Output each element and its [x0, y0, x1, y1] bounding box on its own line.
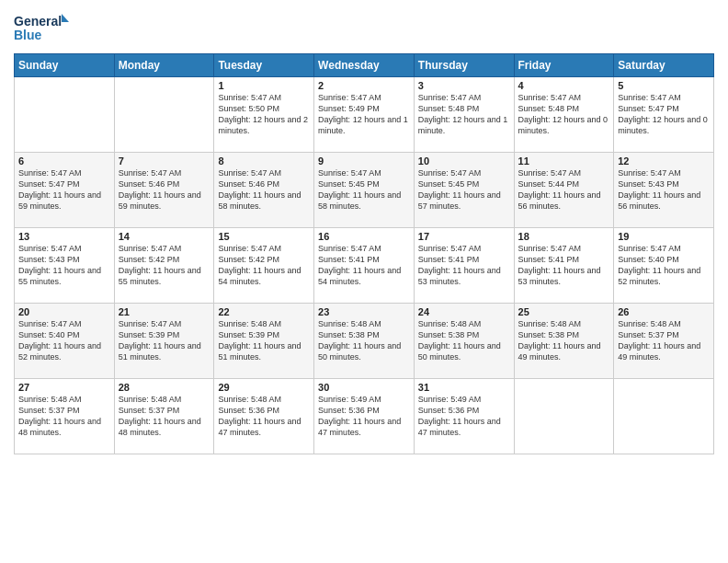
day-info: Sunrise: 5:48 AM Sunset: 5:39 PM Dayligh… — [218, 318, 310, 363]
day-info: Sunrise: 5:47 AM Sunset: 5:41 PM Dayligh… — [318, 243, 410, 288]
day-info: Sunrise: 5:47 AM Sunset: 5:40 PM Dayligh… — [618, 243, 710, 288]
day-number: 20 — [18, 306, 110, 317]
calendar-day-cell: 16Sunrise: 5:47 AM Sunset: 5:41 PM Dayli… — [314, 228, 415, 304]
calendar: SundayMondayTuesdayWednesdayThursdayFrid… — [14, 53, 714, 454]
day-number: 3 — [418, 80, 510, 91]
day-number: 21 — [119, 306, 210, 317]
calendar-day-cell: 30Sunrise: 5:49 AM Sunset: 5:36 PM Dayli… — [314, 379, 415, 454]
calendar-header-cell: Sunday — [15, 54, 115, 77]
day-info: Sunrise: 5:47 AM Sunset: 5:49 PM Dayligh… — [318, 92, 410, 137]
day-info: Sunrise: 5:48 AM Sunset: 5:37 PM Dayligh… — [618, 318, 710, 363]
calendar-day-cell: 12Sunrise: 5:47 AM Sunset: 5:43 PM Dayli… — [614, 153, 714, 228]
day-number: 22 — [218, 306, 310, 317]
calendar-day-cell: 18Sunrise: 5:47 AM Sunset: 5:41 PM Dayli… — [514, 228, 614, 304]
day-number: 9 — [318, 155, 410, 167]
calendar-day-cell: 8Sunrise: 5:47 AM Sunset: 5:46 PM Daylig… — [214, 153, 314, 228]
day-info: Sunrise: 5:47 AM Sunset: 5:46 PM Dayligh… — [119, 167, 210, 213]
calendar-day-cell: 14Sunrise: 5:47 AM Sunset: 5:42 PM Dayli… — [114, 228, 214, 304]
day-number: 13 — [18, 231, 110, 242]
calendar-day-cell: 2Sunrise: 5:47 AM Sunset: 5:49 PM Daylig… — [314, 77, 415, 153]
calendar-day-cell: 28Sunrise: 5:48 AM Sunset: 5:37 PM Dayli… — [114, 379, 214, 454]
calendar-day-cell: 27Sunrise: 5:48 AM Sunset: 5:37 PM Dayli… — [15, 379, 115, 454]
calendar-week-row: 13Sunrise: 5:47 AM Sunset: 5:43 PM Dayli… — [15, 228, 714, 304]
calendar-day-cell: 20Sunrise: 5:47 AM Sunset: 5:40 PM Dayli… — [15, 304, 115, 379]
calendar-header-cell: Tuesday — [214, 54, 314, 77]
day-info: Sunrise: 5:48 AM Sunset: 5:38 PM Dayligh… — [418, 318, 510, 363]
calendar-day-cell: 4Sunrise: 5:47 AM Sunset: 5:48 PM Daylig… — [514, 77, 614, 153]
day-info: Sunrise: 5:48 AM Sunset: 5:37 PM Dayligh… — [18, 394, 110, 439]
day-number: 15 — [218, 231, 310, 242]
calendar-day-cell — [614, 379, 714, 454]
header: General Blue — [14, 9, 714, 46]
day-number: 12 — [618, 155, 710, 167]
day-number: 4 — [518, 80, 610, 91]
calendar-header-cell: Monday — [114, 54, 214, 77]
calendar-header-cell: Wednesday — [314, 54, 415, 77]
day-number: 27 — [18, 382, 110, 393]
calendar-day-cell — [15, 77, 115, 153]
day-info: Sunrise: 5:47 AM Sunset: 5:47 PM Dayligh… — [18, 167, 110, 213]
calendar-day-cell: 3Sunrise: 5:47 AM Sunset: 5:48 PM Daylig… — [414, 77, 514, 153]
calendar-day-cell — [114, 77, 214, 153]
day-number: 25 — [518, 306, 610, 317]
day-info: Sunrise: 5:47 AM Sunset: 5:43 PM Dayligh… — [18, 243, 110, 288]
calendar-day-cell: 7Sunrise: 5:47 AM Sunset: 5:46 PM Daylig… — [114, 153, 214, 228]
day-number: 7 — [119, 155, 210, 167]
day-number: 16 — [318, 231, 410, 242]
calendar-week-row: 20Sunrise: 5:47 AM Sunset: 5:40 PM Dayli… — [15, 304, 714, 379]
day-info: Sunrise: 5:47 AM Sunset: 5:48 PM Dayligh… — [518, 92, 610, 137]
day-info: Sunrise: 5:47 AM Sunset: 5:44 PM Dayligh… — [518, 167, 610, 213]
day-number: 11 — [518, 155, 610, 167]
calendar-day-cell: 5Sunrise: 5:47 AM Sunset: 5:47 PM Daylig… — [614, 77, 714, 153]
day-info: Sunrise: 5:48 AM Sunset: 5:37 PM Dayligh… — [119, 394, 210, 439]
day-info: Sunrise: 5:47 AM Sunset: 5:40 PM Dayligh… — [18, 318, 110, 363]
day-info: Sunrise: 5:47 AM Sunset: 5:50 PM Dayligh… — [218, 92, 310, 137]
day-number: 24 — [418, 306, 510, 317]
calendar-day-cell: 24Sunrise: 5:48 AM Sunset: 5:38 PM Dayli… — [414, 304, 514, 379]
day-number: 31 — [418, 382, 510, 393]
calendar-day-cell — [514, 379, 614, 454]
svg-text:General: General — [14, 14, 62, 29]
day-info: Sunrise: 5:47 AM Sunset: 5:39 PM Dayligh… — [119, 318, 210, 363]
day-info: Sunrise: 5:47 AM Sunset: 5:42 PM Dayligh… — [218, 243, 310, 288]
day-info: Sunrise: 5:47 AM Sunset: 5:41 PM Dayligh… — [418, 243, 510, 288]
logo: General Blue — [14, 9, 69, 46]
calendar-week-row: 27Sunrise: 5:48 AM Sunset: 5:37 PM Dayli… — [15, 379, 714, 454]
day-info: Sunrise: 5:49 AM Sunset: 5:36 PM Dayligh… — [318, 394, 410, 439]
day-info: Sunrise: 5:47 AM Sunset: 5:42 PM Dayligh… — [119, 243, 210, 288]
svg-marker-2 — [62, 14, 69, 22]
day-info: Sunrise: 5:48 AM Sunset: 5:38 PM Dayligh… — [518, 318, 610, 363]
day-number: 1 — [218, 80, 310, 91]
calendar-day-cell: 1Sunrise: 5:47 AM Sunset: 5:50 PM Daylig… — [214, 77, 314, 153]
calendar-week-row: 1Sunrise: 5:47 AM Sunset: 5:50 PM Daylig… — [15, 77, 714, 153]
day-info: Sunrise: 5:47 AM Sunset: 5:41 PM Dayligh… — [518, 243, 610, 288]
calendar-day-cell: 6Sunrise: 5:47 AM Sunset: 5:47 PM Daylig… — [15, 153, 115, 228]
calendar-day-cell: 13Sunrise: 5:47 AM Sunset: 5:43 PM Dayli… — [15, 228, 115, 304]
day-number: 23 — [318, 306, 410, 317]
day-number: 18 — [518, 231, 610, 242]
calendar-header-cell: Friday — [514, 54, 614, 77]
day-info: Sunrise: 5:48 AM Sunset: 5:38 PM Dayligh… — [318, 318, 410, 363]
page: General Blue SundayMondayTuesdayWednesda… — [0, 0, 728, 563]
calendar-day-cell: 29Sunrise: 5:48 AM Sunset: 5:36 PM Dayli… — [214, 379, 314, 454]
calendar-day-cell: 10Sunrise: 5:47 AM Sunset: 5:45 PM Dayli… — [414, 153, 514, 228]
day-number: 29 — [218, 382, 310, 393]
calendar-day-cell: 15Sunrise: 5:47 AM Sunset: 5:42 PM Dayli… — [214, 228, 314, 304]
day-number: 30 — [318, 382, 410, 393]
calendar-day-cell: 31Sunrise: 5:49 AM Sunset: 5:36 PM Dayli… — [414, 379, 514, 454]
calendar-day-cell: 17Sunrise: 5:47 AM Sunset: 5:41 PM Dayli… — [414, 228, 514, 304]
logo-svg: General Blue — [14, 9, 69, 46]
day-info: Sunrise: 5:48 AM Sunset: 5:36 PM Dayligh… — [218, 394, 310, 439]
day-number: 2 — [318, 80, 410, 91]
svg-text:Blue: Blue — [14, 28, 42, 42]
day-info: Sunrise: 5:47 AM Sunset: 5:43 PM Dayligh… — [618, 167, 710, 213]
calendar-day-cell: 23Sunrise: 5:48 AM Sunset: 5:38 PM Dayli… — [314, 304, 415, 379]
day-info: Sunrise: 5:49 AM Sunset: 5:36 PM Dayligh… — [418, 394, 510, 439]
day-number: 19 — [618, 231, 710, 242]
day-number: 6 — [18, 155, 110, 167]
calendar-day-cell: 25Sunrise: 5:48 AM Sunset: 5:38 PM Dayli… — [514, 304, 614, 379]
day-info: Sunrise: 5:47 AM Sunset: 5:48 PM Dayligh… — [418, 92, 510, 137]
calendar-header-cell: Saturday — [614, 54, 714, 77]
calendar-day-cell: 9Sunrise: 5:47 AM Sunset: 5:45 PM Daylig… — [314, 153, 415, 228]
calendar-day-cell: 19Sunrise: 5:47 AM Sunset: 5:40 PM Dayli… — [614, 228, 714, 304]
